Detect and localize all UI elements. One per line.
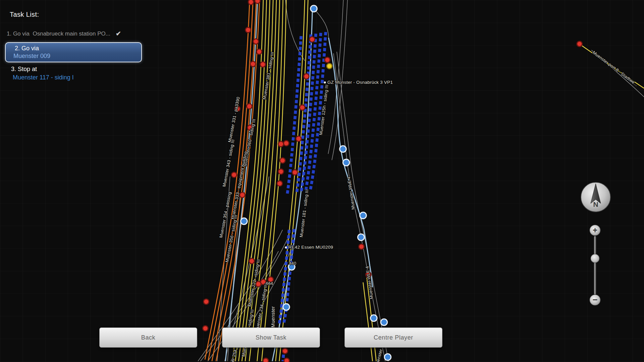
signal-red [304, 74, 309, 79]
signal-red [203, 326, 208, 331]
zoom-in-button[interactable]: + [590, 225, 600, 236]
signal-red [282, 348, 288, 354]
track-label: -664 [265, 281, 273, 286]
task-list-title: Task List: [10, 11, 39, 18]
plus-icon: + [593, 226, 597, 235]
signal-red [325, 57, 330, 63]
signal-red [248, 0, 254, 5]
zoom-control: + − [586, 221, 604, 307]
zoom-slider-handle[interactable] [591, 254, 599, 263]
signal-red [255, 0, 260, 3]
signal-red [249, 258, 255, 264]
signal-red [253, 39, 259, 44]
marker-blue [358, 234, 365, 241]
signal-red [239, 192, 245, 198]
signal-red [250, 61, 256, 67]
task-2-action: 2. Go via [15, 45, 141, 52]
signal-red [577, 41, 582, 47]
map-screen: Muenster 381 - siding IIIMuenster 125h -… [0, 0, 644, 362]
signal-red [278, 169, 284, 174]
train-marker [285, 246, 287, 248]
task-item-1[interactable]: 1. Go via Osnabrueck main station PO... … [7, 30, 121, 38]
signal-red [300, 105, 305, 110]
marker-yellow [327, 63, 332, 69]
track-label: GZ Münster - Osnabrück 3 VP1 [327, 80, 393, 85]
signal-red [310, 37, 315, 42]
signal-red [284, 140, 289, 146]
signal-red [296, 136, 301, 141]
signal-red [204, 299, 209, 304]
task-3-target: Muenster 117 - siding I [13, 74, 74, 81]
signal-red [257, 49, 262, 54]
signal-red [284, 358, 289, 362]
task-complete-check-icon: ✔ [116, 30, 121, 38]
signal-red [231, 172, 237, 178]
signal-red [263, 358, 268, 362]
show-task-button[interactable]: Show Task [222, 327, 320, 348]
task-2-target: Muenster 009 [13, 53, 141, 60]
task-1-label: 1. Go via Osnabrueck main station PO... [7, 31, 110, 37]
signal-red [292, 170, 298, 175]
task-item-3[interactable]: 3. Stop at Muenster 117 - siding I [11, 66, 74, 81]
signal-red [260, 62, 266, 67]
track-label: RE42 Essen MU0209 [288, 245, 333, 250]
zoom-out-button[interactable]: − [590, 295, 600, 305]
signal-red [277, 181, 282, 186]
compass-north-label: N [593, 200, 598, 208]
signal-red [280, 158, 285, 163]
signal-red [359, 244, 364, 249]
marker-blue [343, 159, 350, 166]
marker-blue [384, 354, 391, 361]
track-label: 440 [289, 261, 296, 266]
track-label: Muenster [270, 306, 276, 327]
marker-blue [381, 319, 387, 325]
centre-player-button[interactable]: Centre Player [344, 327, 442, 348]
marker-blue [311, 5, 317, 12]
zoom-slider-track[interactable] [594, 236, 596, 295]
signal-red [278, 141, 284, 147]
compass-control[interactable]: N [580, 181, 612, 213]
marker-blue [340, 146, 346, 153]
marker-blue [241, 218, 248, 225]
task-item-2-active[interactable]: 2. Go via Muenster 009 [5, 42, 142, 62]
signal-red [246, 27, 251, 33]
marker-blue [370, 315, 377, 321]
marker-blue [283, 304, 290, 310]
signal-red [247, 104, 252, 109]
task-list-panel: Task List: 1. Go via Osnabrueck main sta… [0, 0, 174, 87]
minus-icon: − [592, 295, 597, 305]
train-marker [324, 81, 326, 83]
task-3-action: 3. Stop at [11, 66, 74, 73]
marker-blue [360, 212, 367, 219]
back-button[interactable]: Back [99, 327, 197, 348]
